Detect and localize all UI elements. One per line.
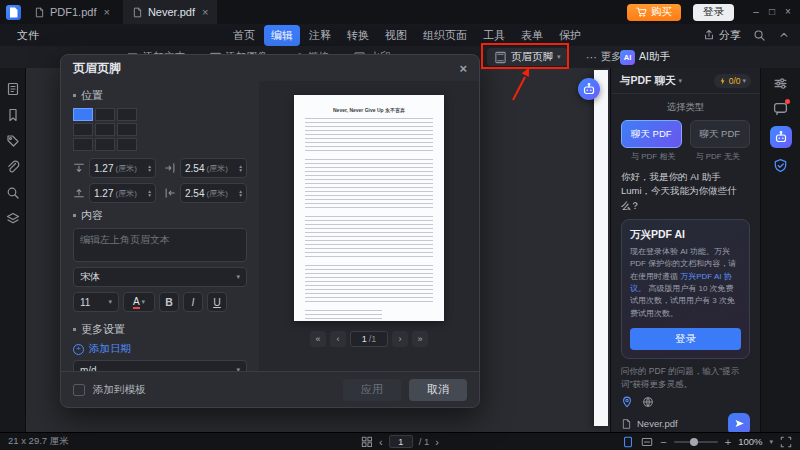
position-grid-selector[interactable]: [73, 108, 247, 151]
menu-item-protect[interactable]: 保护: [552, 25, 588, 46]
italic-button[interactable]: I: [183, 292, 203, 312]
collapse-toolbar-icon[interactable]: [778, 29, 790, 41]
buy-button[interactable]: 购买: [627, 4, 681, 21]
position-cell[interactable]: [95, 138, 115, 151]
apply-button[interactable]: 应用: [343, 379, 401, 401]
ai-robot-panel-button[interactable]: [770, 126, 792, 148]
position-cell[interactable]: [95, 108, 115, 121]
margin-right-input[interactable]: 2.54(厘米)▴▾: [180, 158, 247, 178]
first-page-button[interactable]: «: [310, 331, 326, 347]
grid-view-icon[interactable]: [361, 436, 373, 448]
window-controls: – □ ×: [748, 0, 796, 24]
shield-verify-icon[interactable]: [773, 158, 788, 173]
font-size-select[interactable]: 11▾: [73, 292, 119, 312]
cancel-button[interactable]: 取消: [409, 379, 467, 401]
fit-page-icon[interactable]: [622, 436, 634, 448]
send-button[interactable]: [728, 413, 750, 432]
margin-top-input[interactable]: 1.27(厘米)▴▾: [89, 158, 156, 178]
tag-panel-icon[interactable]: [6, 134, 20, 148]
chat-input-hint[interactable]: 问你的 PDF 的问题，输入"提示词"获得更多灵感。: [611, 359, 760, 391]
font-select[interactable]: 宋体▾: [73, 267, 247, 287]
preview-page-indicator[interactable]: 1 /1: [350, 331, 388, 347]
bookmark-panel-icon[interactable]: [6, 108, 20, 122]
search-panel-icon[interactable]: [6, 186, 20, 200]
zoom-out-icon[interactable]: −: [660, 436, 666, 448]
add-to-template-checkbox[interactable]: [73, 384, 85, 396]
maximize-icon[interactable]: □: [764, 0, 780, 24]
header-footer-button[interactable]: 页眉页脚▾: [487, 48, 568, 66]
close-dialog-icon[interactable]: ×: [459, 61, 467, 76]
position-cell[interactable]: [73, 123, 93, 136]
chat-type-with-pdf[interactable]: 聊天 PDF: [621, 120, 682, 148]
chevron-down-icon: ▾: [557, 53, 561, 61]
stepper-icon[interactable]: ▴▾: [148, 164, 151, 173]
previous-page-icon[interactable]: ‹: [379, 436, 383, 448]
close-tab-icon[interactable]: ×: [103, 6, 109, 18]
margin-left-icon: [164, 187, 176, 199]
tab-never[interactable]: Never.pdf ×: [123, 0, 218, 24]
location-pin-icon[interactable]: [621, 396, 633, 408]
menu-item-convert[interactable]: 转换: [340, 25, 376, 46]
previous-page-button[interactable]: ‹: [330, 331, 346, 347]
minimize-icon[interactable]: –: [748, 0, 764, 24]
position-cell[interactable]: [95, 123, 115, 136]
underline-button[interactable]: U: [207, 292, 227, 312]
last-page-button[interactable]: »: [412, 331, 428, 347]
share-button[interactable]: 分享: [703, 28, 741, 43]
bold-button[interactable]: B: [159, 292, 179, 312]
login-button[interactable]: 登录: [693, 4, 734, 21]
position-cell[interactable]: [117, 123, 137, 136]
current-page-input[interactable]: 1: [389, 435, 413, 448]
zoom-in-icon[interactable]: +: [725, 436, 731, 448]
attachment-panel-icon[interactable]: [6, 160, 20, 174]
fullscreen-icon[interactable]: [780, 436, 792, 448]
menu-item-comment[interactable]: 注释: [302, 25, 338, 46]
dialog-footer: 添加到模板 应用 取消: [61, 371, 479, 407]
layers-panel-icon[interactable]: [6, 212, 20, 226]
fit-width-icon[interactable]: [641, 436, 653, 448]
margin-bottom-input[interactable]: 1.27(厘米)▴▾: [89, 183, 156, 203]
search-icon[interactable]: [753, 29, 766, 42]
add-date-link[interactable]: +添加日期: [73, 342, 247, 356]
position-cell[interactable]: [73, 138, 93, 151]
chat-type-cards: 聊天 PDF 聊天 PDF: [611, 120, 760, 148]
stepper-icon[interactable]: ▴▾: [239, 189, 242, 198]
menu-file[interactable]: 文件: [10, 26, 46, 45]
position-cell-top-left[interactable]: [73, 108, 93, 121]
floating-ai-robot-button[interactable]: [578, 78, 600, 100]
globe-icon[interactable]: [642, 396, 654, 408]
position-cell[interactable]: [117, 108, 137, 121]
ai-assistant-button[interactable]: AI AI助手: [620, 48, 670, 66]
zoom-level[interactable]: 100%: [738, 436, 762, 447]
ai-login-button[interactable]: 登录: [630, 328, 741, 350]
next-page-icon[interactable]: ›: [435, 436, 439, 448]
menu-item-view[interactable]: 视图: [378, 25, 414, 46]
token-quota-badge[interactable]: 0/0 ▾: [714, 74, 751, 88]
menu-item-home[interactable]: 首页: [226, 25, 262, 46]
tune-settings-icon[interactable]: [773, 76, 788, 91]
close-tab-icon[interactable]: ×: [202, 6, 208, 18]
next-page-button[interactable]: ›: [392, 331, 408, 347]
thumbnail-panel-icon[interactable]: [6, 82, 20, 96]
date-format-select[interactable]: m/d▾: [73, 360, 247, 371]
position-cell[interactable]: [117, 138, 137, 151]
feedback-button[interactable]: [773, 101, 788, 116]
stepper-icon[interactable]: ▴▾: [148, 189, 151, 198]
menu-item-form[interactable]: 表单: [514, 25, 550, 46]
dialog-preview-pane: Never, Never Give Up 永不言弃 « ‹ 1 /1 › »: [259, 81, 479, 371]
menu-item-organize-pages[interactable]: 组织页面: [416, 25, 474, 46]
tab-pdf1[interactable]: PDF1.pdf ×: [25, 0, 119, 24]
header-text-input[interactable]: 编辑左上角页眉文本: [73, 228, 247, 262]
promo-body: 现在登录体验 AI 功能。万兴PDF 保护你的文档和内容，请在使用时遵循 万兴P…: [630, 246, 741, 320]
stepper-icon[interactable]: ▴▾: [239, 164, 242, 173]
header-footer-icon: [494, 51, 507, 64]
margin-left-input[interactable]: 2.54(厘米)▴▾: [180, 183, 247, 203]
chat-mode-select[interactable]: 与PDF 聊天: [620, 74, 675, 88]
font-color-button[interactable]: A▾: [123, 292, 155, 312]
zoom-slider-knob[interactable]: [690, 438, 698, 446]
menu-item-tools[interactable]: 工具: [476, 25, 512, 46]
close-window-icon[interactable]: ×: [780, 0, 796, 24]
chat-type-without-pdf[interactable]: 聊天 PDF: [690, 120, 751, 148]
zoom-slider[interactable]: [674, 441, 718, 443]
menu-item-edit[interactable]: 编辑: [264, 25, 300, 46]
